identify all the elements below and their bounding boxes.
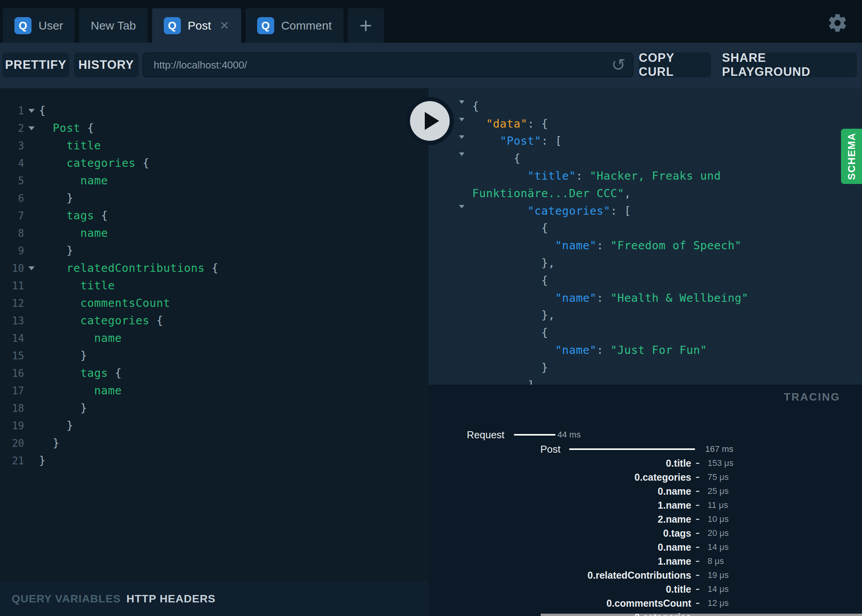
editor-bottom-bar: QUERY VARIABLES HTTP HEADERS — [0, 581, 429, 616]
tracing-field-row: 0.name25 μs — [429, 485, 862, 497]
fold-arrow[interactable] — [24, 126, 39, 130]
fold-arrow[interactable] — [24, 109, 39, 113]
line-number: 21 — [0, 455, 24, 467]
tracing-field-label: 0.categories — [634, 471, 691, 483]
tab-new-tab[interactable]: New Tab — [79, 8, 147, 43]
endpoint-url-wrap: ↺ — [143, 52, 633, 77]
line-number: 15 — [0, 350, 24, 362]
tracing-field-value: 25 μs — [708, 485, 729, 497]
tab-label: Comment — [281, 19, 332, 32]
fold-arrow[interactable] — [459, 121, 464, 128]
query-badge: Q — [14, 17, 32, 34]
query-line: 18 } — [0, 399, 429, 417]
response-viewer[interactable]: { "data": { "Post": [ { "title": "Hacker… — [429, 88, 862, 385]
response-line: }, — [429, 307, 862, 324]
tracing-field-row: 1.name11 μs — [429, 499, 862, 511]
response-line: "categories": [ — [429, 202, 862, 220]
prettify-button[interactable]: PRETTIFY — [2, 52, 69, 77]
settings-button[interactable] — [827, 12, 848, 33]
fold-arrow[interactable] — [459, 156, 464, 163]
endpoint-url-input[interactable] — [143, 52, 633, 77]
tracing-field-value: 8 μs — [708, 555, 724, 567]
line-number: 7 — [0, 210, 24, 222]
tracing-dash — [696, 561, 699, 562]
tracing-field-row: 1.name8 μs — [429, 555, 862, 567]
query-line: 13 categories { — [0, 312, 429, 329]
tracing-dash — [696, 519, 699, 520]
tracing-field-label: 0.tags — [663, 527, 691, 539]
query-line: 6 } — [0, 189, 429, 207]
line-number: 4 — [0, 158, 24, 169]
add-tab-button[interactable]: + — [348, 8, 384, 43]
tracing-field-label: 0.categories — [634, 611, 691, 616]
response-line: "data": { — [429, 115, 862, 133]
fold-arrow[interactable] — [24, 266, 39, 270]
query-line: 9 } — [0, 242, 429, 259]
tracing-field-row: 0.categories75 μs — [429, 471, 862, 483]
query-editor[interactable]: 1{2 Post {3 title4 categories {5 name6 }… — [0, 102, 429, 469]
tab-label: User — [39, 19, 63, 32]
line-number: 2 — [0, 122, 24, 134]
tracing-dash — [696, 491, 699, 492]
query-line: 11 title — [0, 277, 429, 294]
response-line: { — [429, 220, 862, 237]
line-number: 1 — [0, 105, 24, 117]
tracing-span-label: Post — [540, 443, 561, 455]
line-number: 8 — [0, 228, 24, 239]
tab-user[interactable]: QUser — [3, 8, 75, 43]
tracing-dash — [696, 463, 699, 464]
fold-arrow[interactable] — [459, 208, 464, 215]
tracing-field-value: 153 μs — [708, 457, 734, 469]
tracing-field-row: 0.relatedContributions19 μs — [429, 569, 862, 581]
tab-comment[interactable]: QComment — [245, 8, 343, 43]
history-button[interactable]: HISTORY — [74, 52, 138, 77]
response-line: } — [429, 359, 862, 376]
tracing-field-row: 0.title14 μs — [429, 583, 862, 595]
query-line: 15 } — [0, 347, 429, 364]
tracing-panel[interactable]: TRACING Request44 msPost167 ms0.title153… — [429, 385, 862, 616]
tracing-field-value: 13 μs — [708, 611, 729, 616]
http-headers-tab[interactable]: HTTP HEADERS — [126, 581, 216, 616]
schema-tab-label: SCHEMA — [846, 133, 858, 180]
close-icon[interactable]: ✕ — [220, 19, 230, 32]
query-line: 1{ — [0, 102, 429, 119]
tracing-field-row: 2.name10 μs — [429, 513, 862, 525]
share-playground-button[interactable]: SHARE PLAYGROUND — [722, 52, 857, 77]
query-line: 16 tags { — [0, 364, 429, 382]
tracing-dash — [696, 575, 699, 576]
line-number: 12 — [0, 298, 24, 309]
fold-arrow[interactable] — [459, 104, 464, 111]
reload-icon[interactable]: ↺ — [609, 56, 628, 74]
tracing-field-label: 0.name — [658, 485, 691, 497]
tracing-field-row: 0.tags20 μs — [429, 527, 862, 539]
line-number: 13 — [0, 315, 24, 327]
response-line: Funktionäre...Der CCC", — [429, 185, 862, 202]
tracing-span-row: Request44 ms — [429, 429, 862, 441]
fold-arrow[interactable] — [459, 139, 464, 146]
query-line: 10 relatedContributions { — [0, 259, 429, 277]
schema-side-tab[interactable]: SCHEMA — [841, 129, 862, 184]
query-line: 3 title — [0, 137, 429, 154]
tracing-field-row: 0.title153 μs — [429, 457, 862, 469]
tracing-field-row: 0.commentsCount12 μs — [429, 597, 862, 609]
response-lines: { "data": { "Post": [ { "title": "Hacker… — [429, 98, 862, 385]
tracing-field-label: 0.title — [666, 583, 691, 595]
copy-curl-button[interactable]: COPY CURL — [639, 52, 711, 77]
tracing-dash — [696, 603, 699, 604]
tracing-dash — [696, 505, 699, 506]
tracing-duration-value: 44 ms — [557, 429, 581, 441]
query-line: 21} — [0, 452, 429, 469]
graphql-playground-window: QUserNew TabQPost✕QComment+ PRETTIFY HIS… — [0, 0, 862, 616]
response-line: "Post": [ — [429, 133, 862, 150]
query-line: 12 commentsCount — [0, 294, 429, 312]
tracing-field-value: 11 μs — [708, 499, 728, 511]
query-badge: Q — [164, 17, 181, 34]
query-variables-tab[interactable]: QUERY VARIABLES — [12, 581, 121, 616]
execute-query-button[interactable] — [406, 97, 454, 145]
tab-post[interactable]: QPost✕ — [152, 8, 241, 43]
tracing-field-value: 75 μs — [708, 471, 729, 483]
query-editor-panel[interactable]: 1{2 Post {3 title4 categories {5 name6 }… — [0, 88, 429, 616]
tracing-field-label: 0.commentsCount — [606, 597, 691, 609]
tracing-field-value: 14 μs — [708, 541, 729, 553]
query-line: 7 tags { — [0, 207, 429, 224]
